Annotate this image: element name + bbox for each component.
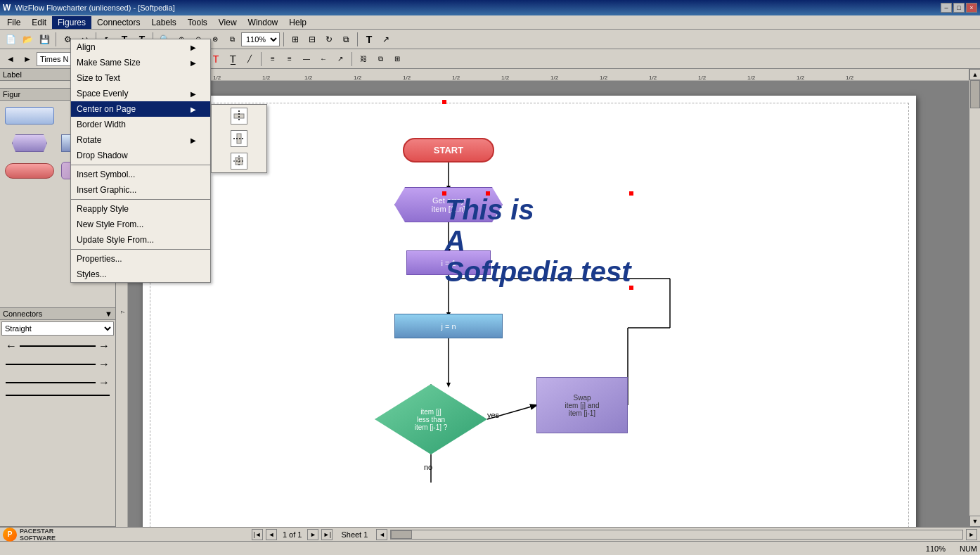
ctx-sep-2 [71, 199, 210, 200]
scroll-left-button[interactable]: ◄ [376, 529, 387, 540]
menu-tools[interactable]: Tools [182, 16, 213, 29]
indent-button[interactable]: ≡ [282, 51, 297, 67]
ctx-new-style-from[interactable]: New Style From... [71, 217, 210, 232]
connector-arrow-right[interactable]: → [0, 355, 115, 374]
scroll-thumb-h[interactable] [391, 530, 412, 539]
highlight-button[interactable]: T̲ [225, 51, 240, 67]
rotate-button[interactable]: ↻ [321, 32, 337, 47]
scroll-down-button[interactable]: ▼ [969, 516, 980, 527]
menu-edit[interactable]: Edit [26, 16, 52, 29]
svg-text:1/2: 1/2 [747, 75, 756, 81]
menu-window[interactable]: Window [243, 16, 284, 29]
pacestar-name: PACESTARSOFTWARE [20, 528, 56, 542]
submenu-center-both[interactable] [212, 150, 266, 172]
ctx-align-arrow: ▶ [191, 44, 196, 51]
scroll-right-button[interactable]: ► [966, 529, 977, 540]
group-button[interactable]: ⧉ [338, 32, 354, 47]
ctx-size-to-text[interactable]: Size to Text [71, 70, 210, 86]
shape-hexagon[interactable] [3, 131, 56, 155]
nav-back[interactable]: ◄ [3, 51, 18, 67]
nav-last-button[interactable]: ►| [321, 529, 333, 540]
flowchart-start[interactable]: START [403, 138, 494, 162]
connectors-label: Connectors [3, 310, 42, 318]
scroll-up-button[interactable]: ▲ [969, 69, 980, 80]
flowchart-decision[interactable]: item [j] less than item [j-1] ? [375, 384, 487, 454]
ctx-reapply-style[interactable]: Reapply Style [71, 201, 210, 217]
flowchart-swap[interactable]: Swap item [j] and item [j-1] [536, 377, 628, 433]
text-selection-area[interactable]: This is A Softpedia test [445, 194, 631, 287]
nav-fwd[interactable]: ► [20, 51, 35, 67]
text-format-button[interactable]: T [361, 32, 377, 47]
ctx-properties-label: Properties... [77, 254, 122, 264]
nav-prev-button[interactable]: ◄ [266, 529, 277, 540]
nav-first-button[interactable]: |◄ [252, 529, 263, 540]
zoom-select[interactable]: 110% 100% 75% 150% [241, 32, 280, 46]
zoom-100-button[interactable]: ⧉ [224, 32, 240, 47]
menu-help[interactable]: Help [283, 16, 312, 29]
close-button[interactable]: × [966, 3, 977, 13]
menu-labels[interactable]: Labels [146, 16, 181, 29]
ctx-properties[interactable]: Properties... [71, 251, 210, 267]
svg-text:1/2: 1/2 [797, 75, 805, 81]
line-style-button[interactable]: ╱ [242, 51, 257, 67]
svg-text:1/2: 1/2 [501, 75, 510, 81]
page-count: 1 of 1 [280, 530, 305, 539]
connector-line-only[interactable] [0, 392, 115, 399]
copy-format-button[interactable]: ⧉ [373, 51, 388, 67]
connector-line-1 [20, 345, 96, 347]
flowchart-process3[interactable]: j = n [394, 314, 503, 338]
ctx-border-width[interactable]: Border Width [71, 117, 210, 132]
maximize-button[interactable]: □ [953, 3, 965, 13]
scrollbar-h[interactable] [390, 530, 963, 540]
menu-figures[interactable]: Figures [52, 16, 91, 29]
titlebar-controls: – □ × [941, 3, 977, 13]
separator-1 [56, 32, 56, 46]
ctx-drop-shadow[interactable]: Drop Shadow [71, 148, 210, 163]
connector-type-select[interactable]: Straight Curved Orthogonal [1, 321, 114, 336]
more-button[interactable]: ⊞ [389, 51, 405, 67]
minimize-button[interactable]: – [941, 3, 952, 13]
ctx-space-evenly[interactable]: Space Evenly ▶ [71, 86, 210, 101]
submenu-center-h[interactable] [212, 105, 266, 127]
menubar: File Edit Figures Connectors Labels Tool… [0, 15, 980, 30]
menu-connectors[interactable]: Connectors [91, 16, 146, 29]
vertical-scrollbar[interactable]: ▲ ▼ [969, 69, 980, 527]
navigation-bar: P PACESTARSOFTWARE |◄ ◄ 1 of 1 ► ►| Shee… [0, 527, 980, 541]
export-button[interactable]: ↗ [378, 32, 394, 47]
ctx-align[interactable]: Align ▶ [71, 39, 210, 55]
ctx-insert-symbol[interactable]: Insert Symbol... [71, 167, 210, 182]
ctx-insert-graphic[interactable]: Insert Graphic... [71, 182, 210, 198]
ctx-rotate[interactable]: Rotate ▶ [71, 132, 210, 148]
shape-oval[interactable] [3, 158, 56, 183]
ctx-center-on-page[interactable]: Center on Page ▶ [71, 101, 210, 117]
ctx-drop-shadow-label: Drop Shadow [77, 151, 128, 160]
connector-button[interactable]: ↗ [333, 51, 348, 67]
arrow-left-button[interactable]: ← [316, 51, 331, 67]
decision-label: item [j] less than item [j-1] ? [415, 408, 448, 431]
new-button[interactable]: 📄 [3, 32, 18, 47]
shape-rounded-rect[interactable] [3, 103, 56, 128]
save-button[interactable]: 💾 [37, 32, 52, 47]
start-label: START [434, 145, 463, 155]
grid-button[interactable]: ⊞ [288, 32, 303, 47]
labels-label: Label [3, 70, 22, 79]
menu-file[interactable]: File [1, 16, 26, 29]
handle-mr[interactable] [442, 100, 446, 104]
ctx-update-style-from[interactable]: Update Style From... [71, 232, 210, 248]
submenu-center-v[interactable] [212, 127, 266, 150]
ctx-make-same-size[interactable]: Make Same Size ▶ [71, 55, 210, 70]
link-button[interactable]: ⛓ [356, 51, 371, 67]
scroll-thumb-v[interactable] [970, 80, 980, 108]
open-button[interactable]: 📂 [20, 32, 35, 47]
nav-next-button[interactable]: ► [307, 529, 318, 540]
outdent-button[interactable]: — [299, 51, 314, 67]
connector-arrow-both[interactable]: ← → [0, 337, 115, 355]
ctx-size-to-text-label: Size to Text [77, 73, 120, 83]
menu-view[interactable]: View [213, 16, 243, 29]
center-v-svg [233, 132, 245, 145]
connector-arrow-right2[interactable]: → [0, 374, 115, 392]
line-spacing-button[interactable]: ≡ [265, 51, 281, 67]
align-button[interactable]: ⊟ [304, 32, 320, 47]
ctx-styles[interactable]: Styles... [71, 267, 210, 282]
scroll-track-v[interactable] [969, 80, 980, 516]
